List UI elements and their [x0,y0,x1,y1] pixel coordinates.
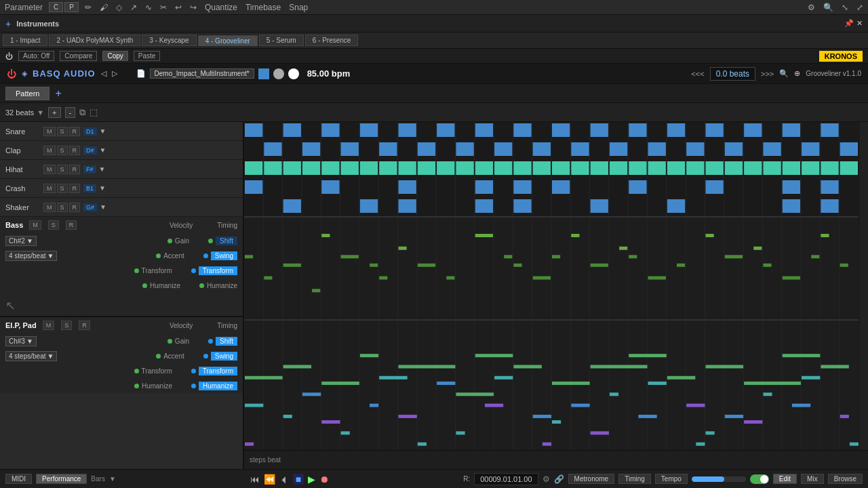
bottom-stop-button[interactable]: ■ [293,474,304,485]
clap-s-button[interactable]: S [57,146,68,155]
redo-nav-icon[interactable]: ▷ [112,69,117,78]
tab-c[interactable]: C [49,2,63,12]
elp-steps-select[interactable]: 4 steps/beat ▼ [5,351,57,361]
paste-beats-icon[interactable]: ⬚ [90,107,98,117]
elp-shift-button[interactable]: Shift [216,337,237,346]
prev-button[interactable]: ⏮ [250,474,260,485]
brush-icon[interactable]: 🖌 [98,3,110,12]
vertical-scrollbar[interactable] [859,122,868,469]
pencil-icon[interactable]: ✏ [83,3,94,12]
waveform-icon[interactable]: ∿ [143,3,154,12]
bottom-record-button[interactable]: ⏺ [319,474,329,485]
shaker-m-button[interactable]: M [43,203,56,212]
toggle-switch[interactable] [750,474,769,484]
new-preset-icon[interactable]: 📄 [136,69,146,78]
zoom-in-icon[interactable]: 🔍 [779,69,789,78]
elp-humanize-button[interactable]: Humanize [199,382,237,390]
notes-canvas[interactable] [244,122,859,450]
scissors-icon[interactable]: ✂ [158,3,169,12]
rewind-button[interactable]: ⏪ [264,474,275,485]
back-step-button[interactable]: ⏴ [279,474,289,485]
undo-nav-icon[interactable]: ◁ [101,69,106,78]
settings-bottom-icon[interactable]: ⚙ [542,474,550,484]
quantize-menu[interactable]: Quantize [203,3,239,12]
tab-instrument-6[interactable]: 6 - Presence [305,35,359,46]
elp-m-button[interactable]: M [43,321,55,330]
bottom-play-button[interactable]: ▶ [308,474,315,485]
midi-button[interactable]: MIDI [5,474,32,484]
snare-dropdown[interactable]: ▼ [100,127,106,135]
timing-button[interactable]: Timing [618,474,651,484]
copy-beats-icon[interactable]: ⧉ [79,107,85,118]
paste-button[interactable]: Paste [134,51,161,61]
shaker-r-button[interactable]: R [69,203,81,212]
bass-r-button[interactable]: R [66,220,77,230]
hihat-r-button[interactable]: R [69,165,81,174]
collapse-icon[interactable]: ⤢ [854,3,865,12]
bass-transform-button[interactable]: Transform [199,266,237,275]
link-icon[interactable]: 🔗 [554,474,564,484]
remove-beat-button[interactable]: - [65,107,76,118]
hihat-dropdown[interactable]: ▼ [99,165,106,173]
bass-channel-select[interactable]: Ch#2 ▼ [5,236,37,246]
parameter-menu[interactable]: Parameter [3,3,45,12]
tab-p[interactable]: P [64,2,79,12]
tab-instrument-1[interactable]: 1 - Impact [3,35,47,46]
select-icon[interactable]: ↗ [128,3,139,12]
metronome-button[interactable]: Metronome [568,474,615,484]
browse-button[interactable]: Browse [828,474,863,484]
snare-s-button[interactable]: S [57,127,68,136]
crash-r-button[interactable]: R [69,184,81,193]
tab-instrument-3[interactable]: 3 - Keyscape [142,35,196,46]
shaker-s-button[interactable]: S [57,203,68,212]
pin-icon[interactable]: 📌 [844,19,854,28]
crosshair-icon[interactable]: ⊕ [794,69,800,78]
hihat-m-button[interactable]: M [43,165,56,174]
elp-channel-select[interactable]: Ch#3 ▼ [5,336,37,346]
preset-name[interactable]: Demo_Impact_MultiInstrument* [150,68,254,79]
add-pattern-button[interactable]: + [55,87,61,100]
elp-r-button[interactable]: R [79,321,90,330]
tab-instrument-2[interactable]: 2 - UADx PolyMAX Synth [49,35,140,46]
bass-m-button[interactable]: M [29,220,41,230]
tempo-button[interactable]: Tempo [655,474,688,484]
redo-icon[interactable]: ↪ [188,3,199,12]
performance-button[interactable]: Performance [36,474,87,484]
auto-off-button[interactable]: Auto: Off [18,51,54,61]
crash-dropdown[interactable]: ▼ [99,184,106,192]
clap-dropdown[interactable]: ▼ [100,146,106,154]
clap-m-button[interactable]: M [43,146,56,155]
add-instrument-button[interactable]: + [5,18,11,29]
nav-left-btn[interactable]: <<< [691,70,704,78]
close-instruments-button[interactable]: ✕ [856,19,863,28]
crash-s-button[interactable]: S [57,184,68,193]
snap-menu[interactable]: Snap [287,3,310,12]
power-icon[interactable]: ⏻ [5,52,13,60]
mix-button[interactable]: Mix [801,474,824,484]
elp-s-button[interactable]: S [61,321,72,330]
eraser-icon[interactable]: ◇ [114,3,124,12]
clap-r-button[interactable]: R [69,146,81,155]
crash-m-button[interactable]: M [43,184,56,193]
timebase-menu[interactable]: Timebase [243,3,283,12]
snare-r-button[interactable]: R [69,127,81,136]
elp-swing-button[interactable]: Swing [211,352,237,361]
bass-s-button[interactable]: S [48,220,59,230]
pattern-tab[interactable]: Pattern [5,87,50,100]
hihat-s-button[interactable]: S [57,165,68,174]
zoom-icon[interactable]: 🔍 [821,3,835,12]
power-button[interactable]: ⏻ [7,68,16,79]
edit-button[interactable]: Edit [773,474,797,484]
expand-icon[interactable]: ⤡ [840,3,850,12]
add-beat-button[interactable]: + [48,107,60,118]
beat-dropdown-arrow[interactable]: ▼ [37,108,44,117]
elp-transform-button[interactable]: Transform [199,367,237,375]
bass-steps-select[interactable]: 4 steps/beat ▼ [5,251,57,261]
shaker-dropdown[interactable]: ▼ [100,203,106,211]
copy-button[interactable]: Copy [102,51,127,61]
tab-instrument-4[interactable]: 4 - Grooveliner [198,35,258,46]
bass-shift-button[interactable]: Shift [216,237,237,245]
compare-button[interactable]: Compare [60,51,97,61]
volume-slider[interactable] [692,476,746,482]
bass-swing-button[interactable]: Swing [211,251,237,260]
